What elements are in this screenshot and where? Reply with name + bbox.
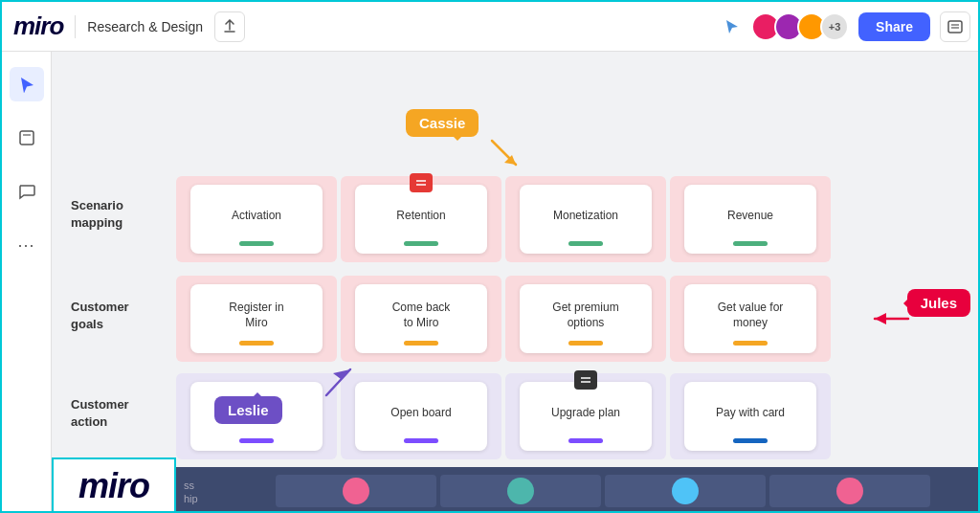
card-monetization[interactable]: Monetization (520, 185, 652, 254)
card-monetization-text: Monetization (553, 209, 618, 224)
card-activation-text: Activation (232, 209, 281, 224)
customer-action-label: Customeraction (71, 396, 176, 431)
cursor-tool-icon (723, 17, 742, 36)
card-retention[interactable]: Retention (355, 185, 487, 254)
cell-retention: Retention (341, 176, 501, 262)
bottom-avatar-4 (836, 478, 863, 504)
cell-value: Get value formoney (670, 276, 831, 362)
bottom-cell-4 (769, 475, 930, 507)
cassie-tooltip: Cassie (406, 109, 479, 137)
leslie-tooltip: Leslie (214, 396, 282, 424)
cell-revenue: Revenue (670, 176, 831, 262)
scenario-mapping-label: Scenariomapping (71, 197, 176, 232)
sidebar-sticky-note[interactable] (10, 121, 44, 155)
bottom-avatar-1 (343, 478, 369, 504)
bottom-label: sship (176, 475, 272, 507)
card-premium-bar (568, 341, 603, 346)
card-activation[interactable]: Activation (190, 185, 323, 254)
card-value-text: Get value formoney (718, 301, 784, 330)
svg-marker-6 (875, 313, 886, 324)
cell-premium: Get premiumoptions (505, 276, 666, 362)
header-divider (75, 15, 76, 38)
card-open-board-bar (404, 438, 438, 443)
card-retention-bar (404, 241, 438, 246)
header-right: +3 Share (723, 11, 970, 42)
card-register-bar (239, 341, 274, 346)
bottom-avatar-3 (672, 478, 699, 504)
board-title: Research & Design (87, 19, 203, 34)
cell-comeback: Come backto Miro (341, 276, 501, 362)
customer-goals-row: Register inMiro Come backto Miro Get pre… (176, 276, 831, 362)
card-activation-bar (239, 241, 274, 246)
share-button[interactable]: Share (858, 12, 930, 41)
card-open-board-text: Open board (390, 406, 451, 421)
card-upgrade[interactable]: Upgrade plan (520, 382, 652, 451)
card-upgrade-badge (574, 370, 597, 390)
card-open-board[interactable]: Open board (355, 382, 487, 451)
app-wrapper: miro Research & Design +3 Share (2, 2, 980, 513)
upload-button[interactable] (214, 11, 245, 42)
card-revenue[interactable]: Revenue (684, 185, 816, 254)
svg-rect-0 (948, 21, 962, 33)
card-comeback[interactable]: Come backto Miro (355, 284, 487, 353)
card-register[interactable]: Register inMiro (190, 284, 323, 353)
notes-button[interactable] (940, 11, 970, 42)
cell-upgrade: Upgrade plan (505, 373, 666, 459)
bottom-cell-2 (440, 475, 601, 507)
card-premium-text: Get premiumoptions (552, 301, 618, 330)
card-edit-invite-bar (239, 438, 274, 443)
sidebar-comment[interactable] (10, 174, 44, 209)
card-upgrade-text: Upgrade plan (551, 406, 620, 421)
miro-logo-bottom: miro (52, 457, 176, 513)
card-monetization-bar (568, 241, 603, 246)
svg-marker-5 (504, 155, 516, 165)
card-register-text: Register inMiro (229, 301, 283, 330)
svg-rect-3 (20, 131, 33, 145)
canvas: Cassie Jules Leslie Scenariomapping (52, 52, 980, 513)
card-comeback-bar (404, 341, 438, 346)
card-revenue-bar (733, 241, 768, 246)
sidebar-more[interactable]: ··· (10, 228, 44, 262)
card-pay-bar (733, 438, 768, 443)
card-premium[interactable]: Get premiumoptions (520, 284, 652, 353)
cell-pay: Pay with card (670, 373, 831, 459)
header: miro Research & Design +3 Share (2, 2, 980, 52)
scenario-mapping-row: Activation Retention (176, 176, 831, 262)
card-pay[interactable]: Pay with card (684, 382, 816, 451)
card-value[interactable]: Get value formoney (684, 284, 816, 353)
sidebar-cursor-tool[interactable] (10, 67, 44, 101)
jules-tooltip: Jules (907, 289, 970, 317)
main-area: ··· Cassie Jules Leslie (2, 52, 980, 513)
card-pay-text: Pay with card (716, 406, 785, 421)
cell-open-board: Open board (341, 373, 501, 459)
avatar-count: +3 (820, 12, 849, 41)
sidebar: ··· (2, 52, 52, 513)
miro-logo: miro (13, 11, 63, 41)
cell-register: Register inMiro (176, 276, 337, 362)
bottom-bar: sship (176, 467, 980, 513)
avatar-group: +3 (751, 12, 849, 41)
cassie-arrow (487, 136, 525, 174)
card-retention-text: Retention (396, 209, 445, 224)
jules-arrow (865, 304, 913, 333)
bottom-cell-1 (276, 475, 436, 507)
cell-activation: Activation (176, 176, 337, 262)
bottom-avatar-2 (507, 478, 534, 504)
card-upgrade-bar (568, 438, 603, 443)
customer-goals-label: Customergoals (71, 299, 176, 333)
miro-logo-big-text: miro (78, 466, 149, 506)
upload-icon (222, 19, 237, 34)
cell-monetization: Monetization (505, 176, 666, 262)
bottom-cell-3 (605, 475, 766, 507)
card-value-bar (733, 341, 768, 346)
card-revenue-text: Revenue (727, 209, 773, 224)
card-retention-badge (410, 173, 433, 192)
card-comeback-text: Come backto Miro (392, 301, 451, 330)
